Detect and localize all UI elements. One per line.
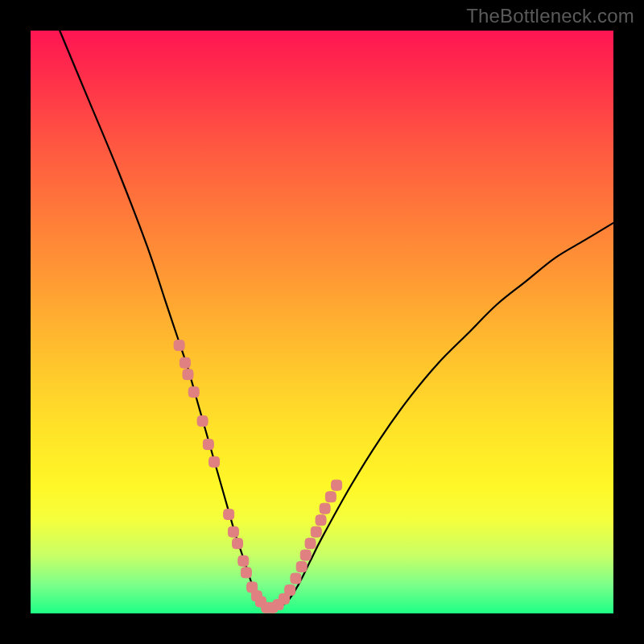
curve-marker [188, 386, 199, 397]
curve-marker [311, 526, 321, 537]
curve-marker [332, 480, 342, 490]
curve-marker [305, 539, 316, 549]
marker-group [174, 340, 341, 613]
curve-marker [228, 526, 238, 537]
curve-marker [285, 585, 295, 596]
curve-marker [209, 456, 220, 467]
curve-svg [31, 31, 613, 613]
curve-marker [296, 562, 307, 572]
curve-marker [300, 550, 311, 560]
curve-marker [320, 503, 330, 514]
curve-marker [183, 369, 193, 380]
curve-marker [180, 357, 190, 368]
curve-marker [233, 539, 243, 549]
curve-marker [197, 416, 208, 427]
watermark-text: TheBottleneck.com [466, 5, 634, 27]
curve-marker [241, 568, 251, 578]
curve-marker [238, 555, 249, 566]
bottleneck-curve [60, 31, 613, 609]
curve-marker [224, 509, 234, 519]
plot-area [31, 31, 613, 613]
curve-marker [316, 515, 326, 526]
curve-marker [325, 492, 336, 502]
curve-marker [291, 573, 301, 584]
chart-frame: TheBottleneck.com [0, 0, 644, 644]
curve-marker [174, 340, 184, 350]
curve-marker [203, 440, 213, 450]
